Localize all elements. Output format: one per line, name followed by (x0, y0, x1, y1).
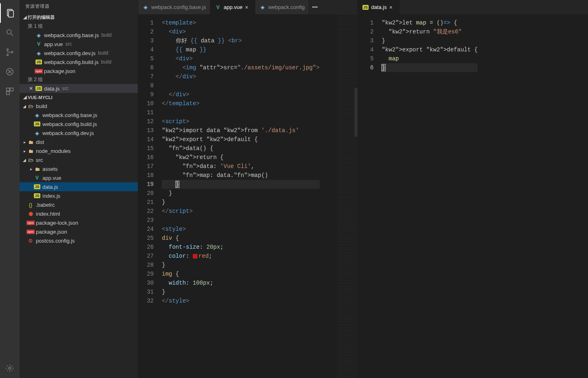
code-line[interactable]: "kw2">import data "kw2">from './data.js' (162, 126, 320, 135)
tree-item[interactable]: Vapp.vue (20, 173, 138, 182)
code-line[interactable]: <template> (162, 18, 320, 27)
editor-tab[interactable]: Vapp.vue× (210, 0, 255, 14)
tree-item[interactable]: ⚙postcss.config.js (20, 236, 138, 245)
file-icon: 🗁 (27, 103, 34, 109)
code-line[interactable]: "kw2">let map = ()=> { (382, 18, 477, 27)
open-editor-item[interactable]: ◈webpack.config.dev.jsbuild (20, 49, 138, 57)
editor-area: ◈webpack.config.base.jsVapp.vue×◈webpack… (138, 0, 588, 378)
tree-item[interactable]: JSdata.js (20, 182, 138, 191)
code-line[interactable] (162, 216, 320, 225)
file-meta: build (101, 59, 111, 65)
tab-overflow-icon[interactable]: ••• (309, 0, 321, 14)
editor-group-2: JSdata.js× 123456 "kw2">let map = ()=> {… (358, 0, 588, 378)
code-line[interactable]: "fn">data: 'Vue Cli', (162, 162, 320, 171)
explorer-title: 资源管理器 (20, 0, 138, 13)
code-line[interactable]: "fn">map: data."fn">map() (162, 171, 320, 180)
tree-item[interactable]: ⬢index.html (20, 209, 138, 218)
tree-item[interactable]: ◈webpack.config.dev.js (20, 128, 138, 137)
open-editor-item[interactable]: Vapp.vuesrc (20, 40, 138, 49)
close-icon[interactable]: × (245, 4, 251, 11)
tree-item[interactable]: JSwebpack.config.build.js (20, 119, 138, 128)
tree-item[interactable]: ▸🖿node_modules (20, 146, 138, 155)
tree-item[interactable]: ◢🗁build (20, 102, 138, 111)
code-line[interactable]: color: red; (162, 252, 320, 261)
code-line[interactable]: </script> (162, 207, 320, 216)
tree-item[interactable]: ▸🖿dist (20, 137, 138, 146)
code-line[interactable]: "kw2">return "我是es6" (382, 27, 477, 36)
code-left[interactable]: <template> <div> 你好 {{ data }} <br> {{ m… (159, 14, 320, 378)
code-line[interactable]: "kw2">export "kw2">default { (382, 45, 477, 54)
code-line[interactable]: "kw2">return { (162, 153, 320, 162)
minimap[interactable] (337, 14, 358, 378)
close-icon[interactable]: × (389, 4, 395, 11)
file-icon: npm (27, 230, 34, 234)
svg-point-2 (7, 30, 11, 34)
code-line[interactable] (162, 81, 320, 90)
tree-item[interactable]: ▸🖿assets (20, 164, 138, 173)
code-line[interactable]: <div> (162, 27, 320, 36)
open-editor-item[interactable]: JSwebpack.config.build.jsbuild (20, 57, 138, 66)
code-line[interactable]: </div> (162, 90, 320, 99)
editor-right[interactable]: 123456 "kw2">let map = ()=> { "kw2">retu… (358, 14, 588, 378)
editor-tab[interactable]: JSdata.js× (358, 0, 399, 14)
tree-item[interactable]: ◈webpack.config.base.js (20, 111, 138, 119)
editor-left[interactable]: 1234567891011121314151617181920212223242… (138, 14, 358, 378)
code-line[interactable]: } (162, 180, 320, 189)
code-line[interactable]: <script> (162, 117, 320, 126)
code-line[interactable]: <style> (162, 225, 320, 234)
activity-debug-icon[interactable] (0, 62, 20, 82)
code-line[interactable]: font-size: 20px; (162, 243, 320, 252)
tree-label: data.js (42, 184, 58, 190)
code-line[interactable]: <div> (162, 54, 320, 63)
close-icon[interactable]: ✕ (28, 86, 34, 91)
code-line[interactable]: </style> (162, 296, 320, 305)
open-editor-item[interactable]: npmpackage.json (20, 66, 138, 75)
line-number: 24 (141, 225, 154, 234)
line-number: 18 (141, 171, 154, 180)
tree-item[interactable]: npmpackage-lock.json (20, 218, 138, 227)
code-line[interactable]: </div> (162, 72, 320, 81)
code-line[interactable]: map (382, 54, 477, 63)
line-number: 6 (141, 63, 154, 72)
code-line[interactable] (162, 108, 320, 117)
activity-explorer-icon[interactable] (0, 3, 20, 23)
code-line[interactable]: div { (162, 234, 320, 243)
code-line[interactable]: img { (162, 270, 320, 279)
open-editors-header[interactable]: ◢ 打开的编辑器 (20, 13, 138, 22)
open-editor-item[interactable]: ◈webpack.config.base.jsbuild (20, 31, 138, 40)
code-line[interactable]: } (162, 287, 320, 296)
project-header[interactable]: ◢ VUE-MYCLI (20, 93, 138, 102)
tree-item[interactable]: npmpackage.json (20, 227, 138, 236)
code-line[interactable]: "fn">data() { (162, 144, 320, 153)
code-line[interactable]: } (162, 189, 320, 198)
code-right[interactable]: "kw2">let map = ()=> { "kw2">return "我是e… (379, 14, 477, 378)
tree-item[interactable]: ◢🗁src (20, 155, 138, 164)
line-number: 31 (141, 287, 154, 296)
tree-item[interactable]: {}.babelrc (20, 200, 138, 209)
code-line[interactable]: "kw2">export "kw2">default { (162, 135, 320, 144)
file-icon: npm (35, 69, 42, 73)
code-line[interactable]: } (162, 198, 320, 207)
code-line[interactable]: 你好 {{ data }} <br> (162, 36, 320, 45)
file-icon: V (33, 175, 41, 181)
code-line[interactable]: <img "attr">src="./assets/img/user.jpg"> (162, 63, 320, 72)
tree-label: src (36, 157, 43, 163)
activity-search-icon[interactable] (0, 23, 20, 42)
code-line[interactable]: } (382, 63, 477, 72)
activity-scm-icon[interactable] (0, 42, 20, 62)
svg-point-5 (7, 54, 8, 55)
activity-extensions-icon[interactable] (0, 82, 20, 101)
editor-tab[interactable]: ◈webpack.config (255, 0, 309, 14)
code-line[interactable]: {{ map }} (162, 45, 320, 54)
code-line[interactable]: } (162, 261, 320, 270)
code-line[interactable]: </template> (162, 99, 320, 108)
activity-settings-icon[interactable] (0, 358, 20, 378)
editor-tab[interactable]: ◈webpack.config.base.js (138, 0, 210, 14)
tree-item[interactable]: JSindex.js (20, 191, 138, 200)
code-line[interactable]: } (382, 36, 477, 45)
open-editor-item[interactable]: ✕JSdata.jssrc (20, 84, 138, 93)
svg-point-4 (7, 49, 8, 51)
code-line[interactable]: width: 100px; (162, 279, 320, 287)
file-icon: JS (33, 184, 41, 189)
chevron-icon: ◢ (22, 104, 27, 108)
